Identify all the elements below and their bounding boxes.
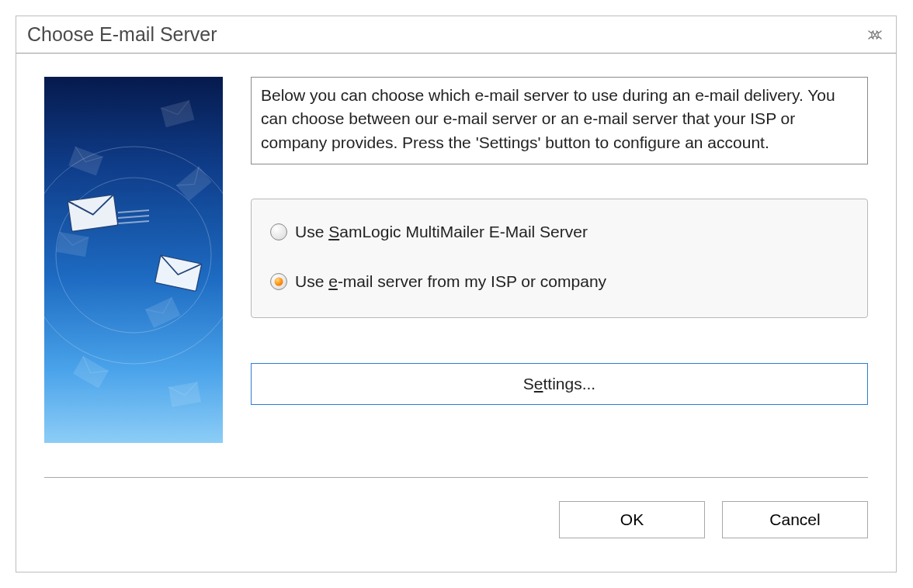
radio-indicator-icon	[270, 273, 287, 290]
content-row: Below you can choose which e-mail server…	[44, 77, 868, 443]
ok-button[interactable]: OK	[559, 501, 705, 538]
decorative-email-image	[44, 77, 223, 443]
radio-samlogic-label: Use SamLogic MultiMailer E-Mail Server	[295, 223, 588, 241]
radio-samlogic-server[interactable]: Use SamLogic MultiMailer E-Mail Server	[270, 223, 849, 241]
separator	[44, 477, 868, 478]
close-button[interactable]	[865, 28, 885, 42]
dialog-button-row: OK Cancel	[44, 501, 868, 538]
server-choice-group: Use SamLogic MultiMailer E-Mail Server U…	[251, 199, 868, 318]
dialog-title: Choose E-mail Server	[27, 23, 217, 46]
right-column: Below you can choose which e-mail server…	[251, 77, 868, 405]
choose-email-server-dialog: Choose E-mail Server	[16, 16, 897, 572]
radio-isp-server[interactable]: Use e-mail server from my ISP or company	[270, 272, 849, 291]
radio-indicator-icon	[270, 223, 287, 240]
dialog-titlebar: Choose E-mail Server	[16, 16, 896, 54]
cancel-button[interactable]: Cancel	[722, 501, 868, 538]
info-text: Below you can choose which e-mail server…	[251, 77, 868, 164]
envelopes-graphic-icon	[44, 77, 223, 443]
svg-line-5	[118, 221, 149, 223]
svg-line-3	[118, 210, 149, 213]
close-icon	[867, 30, 883, 40]
svg-line-4	[118, 216, 149, 218]
radio-isp-label: Use e-mail server from my ISP or company	[295, 272, 606, 291]
dialog-body: Below you can choose which e-mail server…	[16, 54, 896, 572]
settings-button-label: Settings...	[523, 375, 595, 393]
settings-button[interactable]: Settings...	[251, 363, 868, 405]
